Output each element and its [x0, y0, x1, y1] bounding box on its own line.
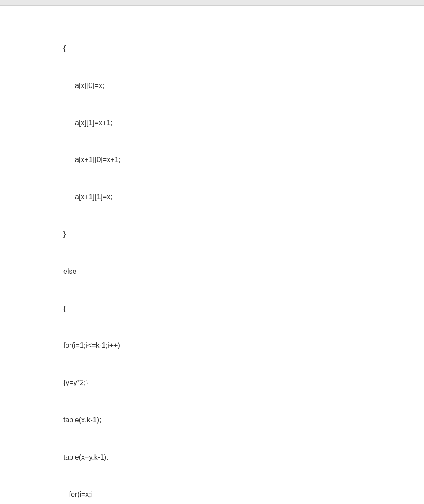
code-line: table(x,k-1); — [63, 416, 361, 425]
code-line: { — [63, 304, 361, 314]
document-page: { a[x][0]=x; a[x][1]=x+1; a[x+1][0]=x+1;… — [0, 5, 424, 504]
code-line: a[x][1]=x+1; — [63, 118, 361, 128]
code-line: { — [63, 44, 361, 53]
code-line: a[x+1][0]=x+1; — [63, 155, 361, 165]
code-line: for(i=1;i<=k-1;i++) — [63, 341, 361, 351]
code-line: a[x][0]=x; — [63, 81, 361, 91]
code-line: table(x+y,k-1); — [63, 453, 361, 462]
code-line: } — [63, 230, 361, 239]
code-line: for(i=x;i — [63, 490, 361, 500]
code-line: else — [63, 267, 361, 276]
code-line: a[x+1][1]=x; — [63, 193, 361, 202]
code-line: {y=y*2;} — [63, 378, 361, 388]
